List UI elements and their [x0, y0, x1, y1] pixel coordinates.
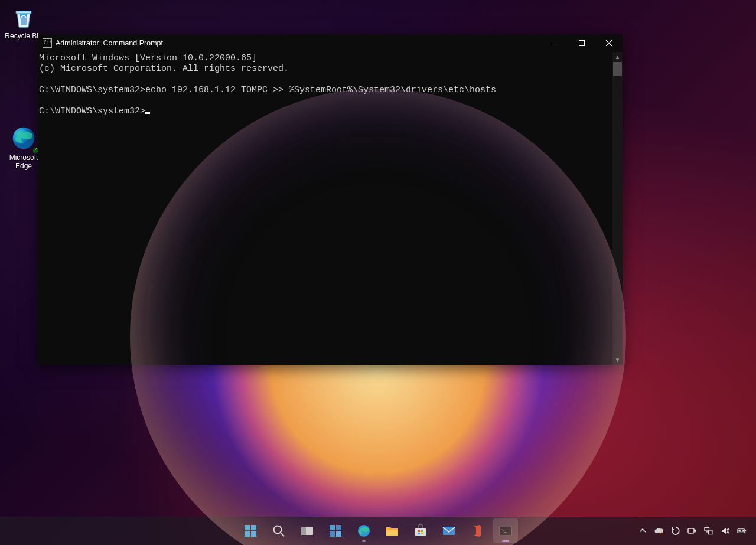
svg-rect-23	[688, 528, 694, 533]
tray-meet-now[interactable]	[687, 526, 697, 536]
svg-rect-2	[579, 41, 585, 46]
tray-overflow-button[interactable]	[638, 526, 647, 536]
cloud-icon	[654, 527, 664, 534]
svg-rect-11	[336, 525, 341, 530]
terminal-output[interactable]: Microsoft Windows [Version 10.0.22000.65…	[38, 52, 612, 365]
battery-icon	[737, 527, 747, 534]
svg-rect-16	[418, 530, 420, 532]
scroll-down-icon[interactable]: ▼	[612, 355, 623, 365]
tray-volume[interactable]	[721, 526, 730, 536]
chevron-up-icon	[640, 528, 646, 534]
svg-rect-18	[418, 533, 420, 534]
svg-rect-15	[415, 528, 426, 536]
close-icon	[606, 40, 612, 46]
svg-rect-12	[330, 531, 335, 537]
window-title: Administrator: Command Prompt	[56, 39, 163, 47]
start-button[interactable]	[238, 518, 263, 543]
maximize-button[interactable]	[568, 34, 595, 52]
system-tray[interactable]	[638, 526, 756, 536]
taskbar-item-cmd[interactable]: >_	[493, 518, 518, 543]
taskbar-item-mail[interactable]	[436, 518, 461, 543]
svg-rect-13	[336, 531, 341, 537]
task-view-button[interactable]	[295, 518, 320, 543]
scrollbar-thumb[interactable]	[613, 62, 622, 76]
svg-rect-4	[251, 525, 256, 530]
svg-text:>_: >_	[501, 528, 507, 533]
minimize-icon	[552, 40, 558, 46]
svg-rect-17	[421, 530, 423, 532]
search-button[interactable]	[266, 518, 291, 543]
svg-rect-27	[745, 530, 747, 531]
svg-rect-24	[705, 527, 709, 531]
taskbar-item-office[interactable]	[465, 518, 490, 543]
search-icon	[272, 524, 286, 538]
taskbar-item-file-explorer[interactable]	[380, 518, 405, 543]
taskbar-item-edge[interactable]	[351, 518, 376, 543]
svg-point-7	[274, 526, 282, 534]
maximize-icon	[579, 40, 585, 46]
office-icon	[470, 524, 484, 538]
edge-icon	[357, 524, 371, 538]
volume-icon	[721, 526, 730, 536]
taskbar[interactable]: >_	[0, 517, 756, 545]
terminal-cursor	[145, 112, 150, 114]
scroll-up-icon[interactable]: ▲	[612, 52, 623, 62]
widgets-button[interactable]	[323, 518, 348, 543]
widgets-icon	[328, 524, 343, 538]
folder-icon	[385, 524, 399, 538]
svg-rect-25	[709, 531, 713, 534]
scrollbar[interactable]: ▲ ▼	[612, 52, 623, 365]
cmd-window[interactable]: Administrator: Command Prompt Microsoft …	[38, 34, 623, 365]
update-icon	[671, 526, 680, 536]
tray-windows-update[interactable]	[671, 526, 680, 536]
cmd-icon: >_	[498, 524, 513, 538]
svg-rect-19	[421, 533, 423, 534]
recycle-bin-icon	[9, 2, 38, 31]
network-icon	[704, 527, 713, 535]
svg-rect-5	[245, 531, 250, 537]
svg-rect-6	[251, 531, 256, 537]
cmd-icon	[43, 38, 52, 48]
close-button[interactable]	[595, 34, 623, 52]
titlebar[interactable]: Administrator: Command Prompt	[38, 34, 623, 52]
svg-rect-20	[443, 527, 455, 535]
svg-rect-10	[330, 525, 335, 530]
store-icon	[413, 524, 428, 538]
svg-rect-9	[301, 527, 306, 535]
tray-battery[interactable]	[737, 526, 747, 536]
start-icon	[243, 524, 258, 538]
tray-network[interactable]	[704, 526, 713, 536]
taskbar-item-store[interactable]	[408, 518, 433, 543]
svg-rect-3	[245, 525, 250, 530]
minimize-button[interactable]	[541, 34, 568, 52]
terminal-body[interactable]: Microsoft Windows [Version 10.0.22000.65…	[38, 52, 623, 365]
mail-icon	[442, 524, 456, 538]
edge-icon	[9, 124, 38, 152]
desktop[interactable]: Recycle Bin Microsoft Edge Administrator…	[0, 0, 756, 545]
svg-rect-1	[552, 43, 558, 43]
meet-icon	[687, 526, 697, 536]
tray-onedrive[interactable]	[654, 526, 664, 536]
task-view-icon	[300, 524, 314, 538]
